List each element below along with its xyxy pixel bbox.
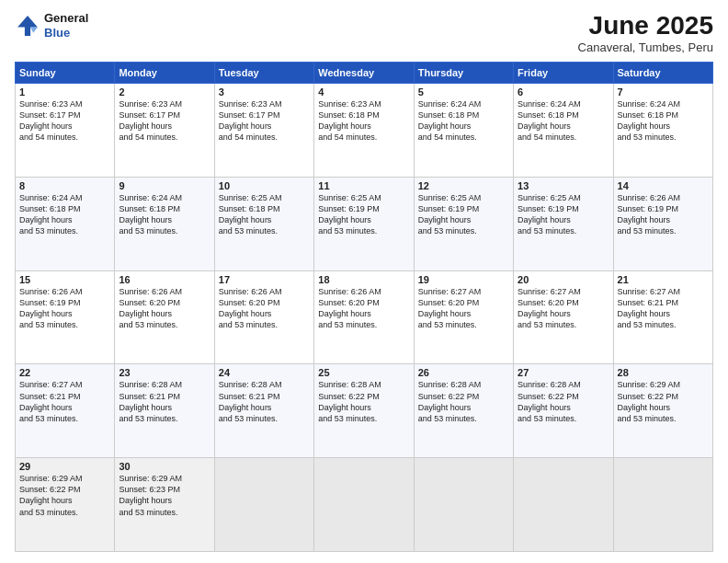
- table-cell: 5 Sunrise: 6:24 AM Sunset: 6:18 PM Dayli…: [414, 84, 513, 178]
- day-info: Sunrise: 6:25 AM Sunset: 6:19 PM Dayligh…: [518, 192, 609, 237]
- table-cell: 21 Sunrise: 6:27 AM Sunset: 6:21 PM Dayl…: [613, 270, 712, 364]
- table-cell: 19 Sunrise: 6:27 AM Sunset: 6:20 PM Dayl…: [414, 270, 513, 364]
- day-number: 4: [318, 86, 409, 98]
- day-number: 18: [318, 274, 409, 285]
- day-number: 21: [618, 274, 709, 285]
- logo-blue: Blue: [44, 26, 88, 40]
- day-info: Sunrise: 6:27 AM Sunset: 6:21 PM Dayligh…: [618, 286, 709, 331]
- table-cell: 13 Sunrise: 6:25 AM Sunset: 6:19 PM Dayl…: [514, 177, 613, 270]
- day-number: 7: [618, 86, 709, 98]
- table-cell: 17 Sunrise: 6:26 AM Sunset: 6:20 PM Dayl…: [214, 270, 313, 364]
- title-area: June 2025 Canaveral, Tumbes, Peru: [578, 11, 713, 54]
- day-info: Sunrise: 6:29 AM Sunset: 6:23 PM Dayligh…: [119, 473, 210, 518]
- location: Canaveral, Tumbes, Peru: [578, 40, 713, 54]
- day-info: Sunrise: 6:26 AM Sunset: 6:19 PM Dayligh…: [19, 286, 110, 331]
- table-cell: 2 Sunrise: 6:23 AM Sunset: 6:17 PM Dayli…: [115, 84, 214, 178]
- day-number: 28: [618, 367, 709, 378]
- day-number: 27: [518, 367, 609, 378]
- day-number: 6: [518, 86, 609, 98]
- table-cell: 23 Sunrise: 6:28 AM Sunset: 6:21 PM Dayl…: [115, 364, 214, 458]
- day-number: 24: [219, 367, 310, 378]
- day-info: Sunrise: 6:23 AM Sunset: 6:18 PM Dayligh…: [318, 98, 409, 144]
- table-cell: 18 Sunrise: 6:26 AM Sunset: 6:20 PM Dayl…: [314, 270, 414, 364]
- day-info: Sunrise: 6:28 AM Sunset: 6:21 PM Dayligh…: [219, 379, 310, 424]
- col-monday: Monday: [115, 63, 214, 84]
- day-number: 11: [318, 180, 409, 191]
- col-wednesday: Wednesday: [314, 63, 414, 84]
- table-cell: 11 Sunrise: 6:25 AM Sunset: 6:19 PM Dayl…: [314, 177, 414, 270]
- day-info: Sunrise: 6:24 AM Sunset: 6:18 PM Dayligh…: [518, 98, 609, 144]
- table-cell: 26 Sunrise: 6:28 AM Sunset: 6:22 PM Dayl…: [414, 364, 513, 458]
- day-number: 22: [19, 367, 110, 378]
- day-info: Sunrise: 6:28 AM Sunset: 6:21 PM Dayligh…: [119, 379, 210, 424]
- table-cell: 14 Sunrise: 6:26 AM Sunset: 6:19 PM Dayl…: [613, 177, 712, 270]
- table-cell: 15 Sunrise: 6:26 AM Sunset: 6:19 PM Dayl…: [16, 270, 115, 364]
- day-number: 12: [418, 180, 509, 191]
- day-number: 1: [19, 86, 110, 98]
- table-cell: 7 Sunrise: 6:24 AM Sunset: 6:18 PM Dayli…: [613, 84, 712, 178]
- day-number: 15: [19, 274, 110, 285]
- table-cell: [414, 458, 513, 552]
- table-cell: 22 Sunrise: 6:27 AM Sunset: 6:21 PM Dayl…: [16, 364, 115, 458]
- col-thursday: Thursday: [414, 63, 513, 84]
- table-cell: [613, 458, 712, 552]
- table-cell: 8 Sunrise: 6:24 AM Sunset: 6:18 PM Dayli…: [16, 177, 115, 270]
- col-sunday: Sunday: [16, 63, 115, 84]
- day-number: 16: [119, 274, 210, 285]
- table-cell: 10 Sunrise: 6:25 AM Sunset: 6:18 PM Dayl…: [214, 177, 313, 270]
- day-number: 25: [318, 367, 409, 378]
- logo-text: General Blue: [44, 11, 88, 40]
- table-cell: [314, 458, 414, 552]
- day-info: Sunrise: 6:24 AM Sunset: 6:18 PM Dayligh…: [119, 192, 210, 237]
- table-cell: [514, 458, 613, 552]
- day-info: Sunrise: 6:27 AM Sunset: 6:20 PM Dayligh…: [518, 286, 609, 331]
- day-info: Sunrise: 6:24 AM Sunset: 6:18 PM Dayligh…: [618, 98, 709, 144]
- day-number: 17: [219, 274, 310, 285]
- table-cell: 4 Sunrise: 6:23 AM Sunset: 6:18 PM Dayli…: [314, 84, 414, 178]
- table-cell: 30 Sunrise: 6:29 AM Sunset: 6:23 PM Dayl…: [115, 458, 214, 552]
- table-cell: 3 Sunrise: 6:23 AM Sunset: 6:17 PM Dayli…: [214, 84, 313, 178]
- day-number: 13: [518, 180, 609, 191]
- day-number: 19: [418, 274, 509, 285]
- day-info: Sunrise: 6:26 AM Sunset: 6:20 PM Dayligh…: [119, 286, 210, 331]
- calendar-table: Sunday Monday Tuesday Wednesday Thursday…: [15, 62, 713, 552]
- day-number: 2: [119, 86, 210, 98]
- month-title: June 2025: [578, 11, 713, 40]
- day-info: Sunrise: 6:29 AM Sunset: 6:22 PM Dayligh…: [19, 473, 110, 518]
- page: General Blue June 2025 Canaveral, Tumbes…: [0, 0, 728, 563]
- table-cell: [214, 458, 313, 552]
- day-info: Sunrise: 6:28 AM Sunset: 6:22 PM Dayligh…: [318, 379, 409, 424]
- logo-general: General: [44, 11, 88, 26]
- table-cell: 12 Sunrise: 6:25 AM Sunset: 6:19 PM Dayl…: [414, 177, 513, 270]
- day-info: Sunrise: 6:28 AM Sunset: 6:22 PM Dayligh…: [418, 379, 509, 424]
- day-info: Sunrise: 6:25 AM Sunset: 6:18 PM Dayligh…: [219, 192, 310, 237]
- table-cell: 1 Sunrise: 6:23 AM Sunset: 6:17 PM Dayli…: [16, 84, 115, 178]
- logo: General Blue: [15, 11, 88, 40]
- col-friday: Friday: [514, 63, 613, 84]
- day-info: Sunrise: 6:26 AM Sunset: 6:19 PM Dayligh…: [618, 192, 709, 237]
- day-info: Sunrise: 6:23 AM Sunset: 6:17 PM Dayligh…: [19, 98, 110, 144]
- table-cell: 28 Sunrise: 6:29 AM Sunset: 6:22 PM Dayl…: [613, 364, 712, 458]
- svg-marker-2: [30, 27, 38, 32]
- svg-marker-1: [17, 16, 38, 36]
- day-number: 26: [418, 367, 509, 378]
- day-number: 10: [219, 180, 310, 191]
- table-cell: 29 Sunrise: 6:29 AM Sunset: 6:22 PM Dayl…: [16, 458, 115, 552]
- day-info: Sunrise: 6:25 AM Sunset: 6:19 PM Dayligh…: [318, 192, 409, 237]
- day-info: Sunrise: 6:28 AM Sunset: 6:22 PM Dayligh…: [518, 379, 609, 424]
- day-info: Sunrise: 6:26 AM Sunset: 6:20 PM Dayligh…: [219, 286, 310, 331]
- table-cell: 9 Sunrise: 6:24 AM Sunset: 6:18 PM Dayli…: [115, 177, 214, 270]
- calendar-header-row: Sunday Monday Tuesday Wednesday Thursday…: [16, 63, 713, 84]
- table-cell: 24 Sunrise: 6:28 AM Sunset: 6:21 PM Dayl…: [214, 364, 313, 458]
- table-cell: 27 Sunrise: 6:28 AM Sunset: 6:22 PM Dayl…: [514, 364, 613, 458]
- day-number: 29: [19, 461, 110, 472]
- day-number: 5: [418, 86, 509, 98]
- day-number: 20: [518, 274, 609, 285]
- day-info: Sunrise: 6:27 AM Sunset: 6:21 PM Dayligh…: [19, 379, 110, 424]
- day-number: 23: [119, 367, 210, 378]
- col-saturday: Saturday: [613, 63, 712, 84]
- table-cell: 6 Sunrise: 6:24 AM Sunset: 6:18 PM Dayli…: [514, 84, 613, 178]
- day-info: Sunrise: 6:26 AM Sunset: 6:20 PM Dayligh…: [318, 286, 409, 331]
- header: General Blue June 2025 Canaveral, Tumbes…: [15, 11, 713, 54]
- day-info: Sunrise: 6:25 AM Sunset: 6:19 PM Dayligh…: [418, 192, 509, 237]
